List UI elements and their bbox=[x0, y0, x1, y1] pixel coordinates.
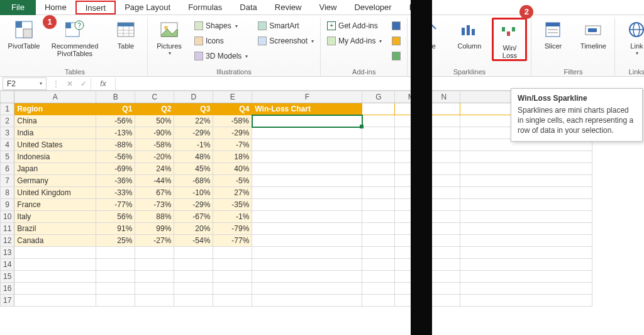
timeline-button[interactable]: Timeline bbox=[575, 18, 611, 50]
cell-blank[interactable] bbox=[362, 283, 395, 295]
cell-value[interactable]: -77% bbox=[213, 235, 252, 247]
shapes-button[interactable]: Shapes bbox=[192, 19, 250, 33]
cell-value[interactable]: 99% bbox=[135, 223, 174, 235]
cell-blank[interactable] bbox=[362, 139, 395, 151]
cell-region[interactable]: Canada bbox=[14, 235, 96, 247]
row-hdr[interactable]: 8 bbox=[1, 187, 14, 199]
cell-blank[interactable] bbox=[428, 211, 460, 223]
bing-addin-button[interactable] bbox=[389, 34, 403, 48]
cell-region[interactable]: Indonesia bbox=[14, 151, 96, 163]
tab-formulas[interactable]: Formulas bbox=[179, 0, 231, 15]
cell-blank[interactable] bbox=[428, 139, 460, 151]
row-hdr[interactable]: 7 bbox=[1, 175, 14, 187]
cell-blank[interactable] bbox=[428, 163, 460, 175]
cell-blank[interactable] bbox=[362, 127, 395, 139]
cell-blank[interactable] bbox=[135, 247, 174, 259]
cancel-icon[interactable]: ✕ bbox=[63, 79, 77, 88]
cell-value[interactable]: -35% bbox=[213, 199, 252, 211]
cell-blank[interactable] bbox=[428, 175, 460, 187]
cell-chart[interactable] bbox=[252, 235, 362, 247]
cell-chart[interactable] bbox=[252, 115, 362, 127]
cell-value[interactable]: -1% bbox=[213, 211, 252, 223]
cell-region[interactable]: Brazil bbox=[14, 223, 96, 235]
cell-region[interactable]: Italy bbox=[14, 211, 96, 223]
cell-value[interactable]: 25% bbox=[96, 235, 135, 247]
cell-value[interactable]: 45% bbox=[174, 163, 213, 175]
cell-value[interactable]: -69% bbox=[96, 163, 135, 175]
cell-B1[interactable]: Q1 bbox=[96, 103, 135, 115]
pictures-button[interactable]: Pictures bbox=[152, 18, 187, 57]
3d-models-button[interactable]: 3D Models bbox=[192, 49, 250, 63]
cell-value[interactable]: -56% bbox=[96, 151, 135, 163]
cell-blank[interactable] bbox=[428, 283, 460, 295]
row-hdr[interactable]: 5 bbox=[1, 151, 14, 163]
cell-value[interactable]: 24% bbox=[135, 163, 174, 175]
cell-value[interactable]: -29% bbox=[213, 127, 252, 139]
cell-value[interactable]: -33% bbox=[96, 187, 135, 199]
tab-insert[interactable]: Insert bbox=[75, 1, 116, 14]
cell-region[interactable]: China bbox=[14, 115, 96, 127]
cell-value[interactable]: 88% bbox=[135, 211, 174, 223]
col-F[interactable]: F bbox=[252, 91, 362, 103]
cell-blank[interactable] bbox=[362, 115, 395, 127]
cell-chart[interactable] bbox=[252, 127, 362, 139]
cell-region[interactable]: United Kingdom bbox=[14, 187, 96, 199]
tab-data[interactable]: Data bbox=[231, 0, 265, 15]
cell-blank[interactable] bbox=[174, 295, 213, 307]
cell-value[interactable]: -10% bbox=[174, 187, 213, 199]
cell-chart[interactable] bbox=[252, 199, 362, 211]
cell-blank[interactable] bbox=[428, 271, 460, 283]
cell-blank[interactable] bbox=[428, 223, 460, 235]
cell-value[interactable]: 48% bbox=[174, 151, 213, 163]
cell-chart[interactable] bbox=[252, 163, 362, 175]
cell-blank[interactable] bbox=[96, 295, 135, 307]
cell-blank[interactable] bbox=[362, 223, 395, 235]
cell-blank[interactable] bbox=[428, 187, 460, 199]
row-hdr[interactable]: 16 bbox=[1, 283, 14, 295]
get-addins-button[interactable]: + Get Add-ins bbox=[325, 19, 384, 33]
name-box-dropdown-icon[interactable]: ▾ bbox=[40, 81, 42, 86]
row-hdr[interactable]: 9 bbox=[1, 199, 14, 211]
cell-value[interactable]: -36% bbox=[96, 175, 135, 187]
row-hdr[interactable]: 4 bbox=[1, 139, 14, 151]
sparkline-column-button[interactable]: Column bbox=[452, 18, 487, 50]
my-addins-button[interactable]: My Add-ins bbox=[325, 34, 384, 48]
row-hdr[interactable]: 6 bbox=[1, 163, 14, 175]
cell-blank[interactable] bbox=[135, 271, 174, 283]
cell-blank[interactable] bbox=[460, 283, 592, 295]
cell-blank[interactable] bbox=[460, 247, 592, 259]
cell-blank[interactable] bbox=[460, 151, 592, 163]
cell-blank[interactable] bbox=[362, 259, 395, 271]
cell-chart[interactable] bbox=[252, 223, 362, 235]
cell-blank[interactable] bbox=[428, 235, 460, 247]
cell-chart[interactable] bbox=[252, 151, 362, 163]
row-hdr[interactable]: 11 bbox=[1, 223, 14, 235]
cell-blank[interactable] bbox=[213, 295, 252, 307]
cell-G1[interactable] bbox=[362, 103, 395, 115]
cell-value[interactable]: -90% bbox=[135, 127, 174, 139]
cell-blank[interactable] bbox=[14, 259, 96, 271]
cell-blank[interactable] bbox=[460, 187, 592, 199]
cell-blank[interactable] bbox=[14, 271, 96, 283]
cell-blank[interactable] bbox=[460, 235, 592, 247]
cell-grid[interactable]: A B C D E F G M N 1 Region Q1 Q2 Q3 Q4 W… bbox=[0, 91, 592, 307]
cell-C1[interactable]: Q2 bbox=[135, 103, 174, 115]
people-addin-button[interactable] bbox=[389, 49, 403, 63]
cell-blank[interactable] bbox=[428, 199, 460, 211]
tab-developer[interactable]: Developer bbox=[345, 0, 400, 15]
cell-region[interactable]: India bbox=[14, 127, 96, 139]
col-B[interactable]: B bbox=[96, 91, 135, 103]
cell-value[interactable]: -73% bbox=[135, 199, 174, 211]
col-G[interactable]: G bbox=[362, 91, 395, 103]
row-hdr[interactable]: 13 bbox=[1, 247, 14, 259]
cell-value[interactable]: -44% bbox=[135, 175, 174, 187]
cell-value[interactable]: -56% bbox=[96, 115, 135, 127]
cell-blank[interactable] bbox=[428, 259, 460, 271]
cell-chart[interactable] bbox=[252, 139, 362, 151]
cell-value[interactable]: -58% bbox=[135, 139, 174, 151]
row-hdr[interactable]: 12 bbox=[1, 235, 14, 247]
cell-value[interactable]: -1% bbox=[174, 139, 213, 151]
cell-E1[interactable]: Q4 bbox=[213, 103, 252, 115]
cell-blank[interactable] bbox=[460, 223, 592, 235]
cell-value[interactable]: 40% bbox=[213, 163, 252, 175]
